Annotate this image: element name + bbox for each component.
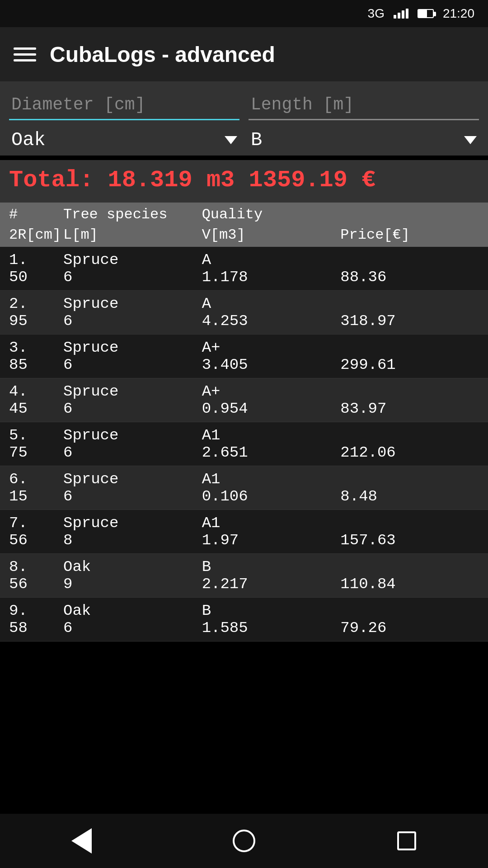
- table-row[interactable]: 1. Spruce A 50 6 1.178 88.36: [0, 247, 488, 291]
- col-price-header: [340, 206, 479, 223]
- input-section: Oak B: [0, 81, 488, 156]
- log-length: 6: [63, 488, 202, 505]
- species-value: Oak: [11, 129, 46, 151]
- col-volume-subheader: V[m3]: [202, 226, 341, 243]
- log-diameter: 50: [9, 269, 63, 286]
- total-text: Total: 18.319 m3 1359.19 €: [9, 167, 375, 193]
- log-species: Spruce: [63, 339, 202, 356]
- table-row[interactable]: 9. Oak B 58 6 1.585 79.26: [0, 598, 488, 642]
- log-length: 6: [63, 444, 202, 461]
- log-price-top: [340, 427, 479, 444]
- log-top-row: 7. Spruce A1: [0, 510, 488, 532]
- log-diameter: 75: [9, 444, 63, 461]
- log-unit-price: 88.36: [340, 269, 479, 286]
- log-num: 3.: [9, 339, 63, 356]
- log-price-top: [340, 295, 479, 312]
- log-table: 1. Spruce A 50 6 1.178 88.36 2. Spruce A…: [0, 247, 488, 642]
- length-input[interactable]: [249, 90, 479, 120]
- log-length: 6: [63, 312, 202, 330]
- log-diameter: 95: [9, 312, 63, 330]
- log-volume: 4.253: [202, 312, 341, 330]
- log-volume: 0.954: [202, 400, 341, 417]
- table-row[interactable]: 6. Spruce A1 15 6 0.106 8.48: [0, 466, 488, 510]
- log-price-top: [340, 514, 479, 532]
- quality-value: B: [251, 129, 262, 151]
- species-arrow-icon: [225, 136, 237, 144]
- log-top-row: 2. Spruce A: [0, 291, 488, 312]
- log-price-top: [340, 558, 479, 576]
- log-top-row: 3. Spruce A+: [0, 335, 488, 356]
- col-unitprice-subheader: Price[€]: [340, 226, 479, 243]
- log-bottom-row: 56 9 2.217 110.84: [0, 576, 488, 597]
- signal-text: 3G: [368, 6, 385, 21]
- log-quality: A1: [202, 427, 341, 444]
- menu-button[interactable]: [14, 47, 36, 61]
- log-diameter: 15: [9, 488, 63, 505]
- log-unit-price: 299.61: [340, 356, 479, 373]
- recent-button[interactable]: [384, 823, 429, 859]
- log-top-row: 9. Oak B: [0, 598, 488, 619]
- log-top-row: 1. Spruce A: [0, 247, 488, 269]
- log-species: Spruce: [63, 251, 202, 269]
- col-num-header: #: [9, 206, 63, 223]
- log-species: Oak: [63, 602, 202, 619]
- log-diameter: 58: [9, 619, 63, 637]
- log-num: 4.: [9, 383, 63, 400]
- log-diameter: 56: [9, 576, 63, 593]
- table-row[interactable]: 7. Spruce A1 56 8 1.97 157.63: [0, 510, 488, 554]
- log-length: 6: [63, 619, 202, 637]
- log-quality: A1: [202, 471, 341, 488]
- quality-dropdown[interactable]: B: [249, 125, 479, 156]
- log-species: Spruce: [63, 383, 202, 400]
- log-length: 6: [63, 269, 202, 286]
- log-bottom-row: 50 6 1.178 88.36: [0, 269, 488, 290]
- log-volume: 1.178: [202, 269, 341, 286]
- log-price-top: [340, 602, 479, 619]
- log-num: 6.: [9, 471, 63, 488]
- log-quality: A: [202, 295, 341, 312]
- log-num: 2.: [9, 295, 63, 312]
- log-volume: 0.106: [202, 488, 341, 505]
- table-row[interactable]: 5. Spruce A1 75 6 2.651 212.06: [0, 422, 488, 466]
- back-button[interactable]: [59, 823, 104, 859]
- log-bottom-row: 15 6 0.106 8.48: [0, 488, 488, 509]
- log-bottom-row: 85 6 3.405 299.61: [0, 356, 488, 378]
- log-quality: A+: [202, 339, 341, 356]
- log-unit-price: 83.97: [340, 400, 479, 417]
- log-diameter: 45: [9, 400, 63, 417]
- log-volume: 3.405: [202, 356, 341, 373]
- log-species: Spruce: [63, 471, 202, 488]
- total-row: Total: 18.319 m3 1359.19 €: [0, 160, 488, 203]
- table-row[interactable]: 2. Spruce A 95 6 4.253 318.97: [0, 291, 488, 335]
- log-price-top: [340, 339, 479, 356]
- log-species: Spruce: [63, 514, 202, 532]
- log-price-top: [340, 251, 479, 269]
- log-top-row: 6. Spruce A1: [0, 466, 488, 488]
- log-volume: 2.217: [202, 576, 341, 593]
- log-unit-price: 8.48: [340, 488, 479, 505]
- log-unit-price: 157.63: [340, 532, 479, 549]
- log-bottom-row: 56 8 1.97 157.63: [0, 532, 488, 553]
- log-quality: B: [202, 602, 341, 619]
- log-length: 9: [63, 576, 202, 593]
- dimension-inputs: [9, 90, 479, 120]
- home-button[interactable]: [221, 823, 267, 859]
- log-volume: 1.585: [202, 619, 341, 637]
- diameter-input[interactable]: [9, 90, 239, 120]
- log-length: 6: [63, 356, 202, 373]
- log-num: 1.: [9, 251, 63, 269]
- log-num: 9.: [9, 602, 63, 619]
- col-quality-header: Quality: [202, 206, 341, 223]
- log-bottom-row: 45 6 0.954 83.97: [0, 400, 488, 422]
- log-num: 7.: [9, 514, 63, 532]
- species-dropdown[interactable]: Oak: [9, 125, 239, 156]
- log-quality: A+: [202, 383, 341, 400]
- col-species-header: Tree species: [63, 206, 202, 223]
- table-header-row1: # Tree species Quality: [0, 203, 488, 226]
- log-species: Oak: [63, 558, 202, 576]
- table-row[interactable]: 8. Oak B 56 9 2.217 110.84: [0, 554, 488, 598]
- log-length: 8: [63, 532, 202, 549]
- table-row[interactable]: 4. Spruce A+ 45 6 0.954 83.97: [0, 378, 488, 422]
- quality-arrow-icon: [464, 136, 477, 144]
- table-row[interactable]: 3. Spruce A+ 85 6 3.405 299.61: [0, 335, 488, 378]
